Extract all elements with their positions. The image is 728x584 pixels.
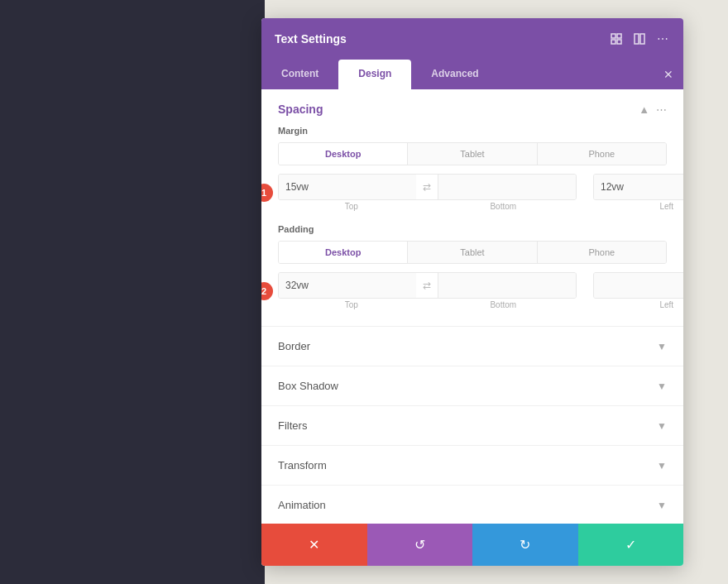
margin-left-label: Left <box>593 202 683 211</box>
padding-device-tabs: Desktop Tablet Phone <box>278 241 667 264</box>
spacing-collapse-icon[interactable]: ▲ <box>639 103 649 116</box>
animation-label: Animation <box>278 499 326 511</box>
transform-section[interactable]: Transform ▼ <box>261 446 683 486</box>
margin-top-bottom-pair: ⇄ <box>278 174 577 200</box>
spacing-section-header: Spacing ▲ ⋯ <box>278 103 667 116</box>
margin-input-row: 1 ⇄ Top Bottom <box>278 174 667 211</box>
margin-subsection: Margin Desktop Tablet Phone 1 ⇄ <box>278 126 667 211</box>
border-section[interactable]: Border ▼ <box>261 327 683 366</box>
svg-rect-0 <box>611 34 615 38</box>
margin-bottom-label: Bottom <box>430 202 577 211</box>
svg-rect-2 <box>611 40 615 44</box>
padding-subsection: Padding Desktop Tablet Phone 2 ⇄ <box>278 224 667 309</box>
padding-left-label: Left <box>593 300 683 309</box>
padding-top-bottom-group: ⇄ Top Bottom <box>278 272 577 309</box>
padding-desktop-tab[interactable]: Desktop <box>279 242 408 263</box>
filters-label: Filters <box>278 419 307 432</box>
margin-device-tabs: Desktop Tablet Phone <box>278 142 667 165</box>
border-chevron-icon: ▼ <box>657 341 667 352</box>
padding-input-row: 2 ⇄ Top Bottom <box>278 272 667 309</box>
margin-top-input[interactable] <box>279 175 416 199</box>
padding-left-input[interactable] <box>594 273 683 298</box>
margin-left-right-pair: ⇄ <box>593 174 683 200</box>
padding-left-right-group: ⇄ Left Right <box>593 272 683 309</box>
svg-rect-3 <box>617 40 621 44</box>
margin-label: Margin <box>278 126 667 136</box>
border-label: Border <box>278 340 310 352</box>
padding-top-bottom-pair: ⇄ <box>278 272 577 299</box>
animation-chevron-icon: ▼ <box>657 500 667 511</box>
margin-top-bottom-group: ⇄ Top Bottom <box>278 174 577 211</box>
margin-top-label: Top <box>278 202 425 211</box>
padding-top-input[interactable] <box>279 273 416 298</box>
step-badge-2: 2 <box>261 282 273 300</box>
spacing-title: Spacing <box>278 103 323 116</box>
padding-tablet-tab[interactable]: Tablet <box>408 242 537 263</box>
dark-panel <box>0 0 265 584</box>
more-options-icon[interactable]: ⋯ <box>655 31 670 46</box>
columns-icon[interactable] <box>632 31 647 46</box>
transform-chevron-icon: ▼ <box>657 460 667 472</box>
spacing-more-icon[interactable]: ⋯ <box>656 103 667 116</box>
modal-titlebar: Text Settings ⋯ <box>261 18 683 60</box>
margin-tablet-tab[interactable]: Tablet <box>408 143 537 165</box>
modal-content: Spacing ▲ ⋯ Margin Desktop Tablet Phone <box>261 89 683 524</box>
margin-left-input[interactable] <box>594 175 683 199</box>
margin-left-right-group: ⇄ Left Right <box>593 174 683 211</box>
tab-bar: Content Design Advanced ✕ <box>261 60 683 89</box>
padding-tb-labels: Top Bottom <box>278 300 577 309</box>
transform-label: Transform <box>278 459 327 472</box>
fullscreen-icon[interactable] <box>609 31 624 46</box>
box-shadow-chevron-icon: ▼ <box>657 381 667 392</box>
page-wrapper: Text Settings ⋯ <box>0 0 728 584</box>
box-shadow-label: Box Shadow <box>278 380 338 392</box>
tab-content[interactable]: Content <box>261 60 338 89</box>
margin-tb-labels: Top Bottom <box>278 202 577 211</box>
titlebar-icons: ⋯ <box>609 31 670 46</box>
animation-section[interactable]: Animation ▼ <box>261 486 683 524</box>
padding-phone-tab[interactable]: Phone <box>538 242 666 263</box>
svg-rect-4 <box>635 34 639 44</box>
padding-lr-labels: Left Right <box>593 300 683 309</box>
margin-phone-tab[interactable]: Phone <box>538 143 666 165</box>
spacing-header-icons: ▲ ⋯ <box>639 103 667 116</box>
margin-tb-link-icon[interactable]: ⇄ <box>416 175 438 199</box>
spacing-section: Spacing ▲ ⋯ Margin Desktop Tablet Phone <box>261 89 683 327</box>
padding-label: Padding <box>278 224 667 234</box>
confirm-button[interactable]: ✓ <box>578 524 684 566</box>
tab-bar-close[interactable]: ✕ <box>663 60 683 89</box>
padding-bottom-label: Bottom <box>430 300 577 309</box>
cancel-button[interactable]: ✕ <box>261 524 367 566</box>
box-shadow-section[interactable]: Box Shadow ▼ <box>261 366 683 406</box>
margin-lr-labels: Left Right <box>593 202 683 211</box>
margin-desktop-tab[interactable]: Desktop <box>279 143 408 165</box>
padding-tb-link-icon[interactable]: ⇄ <box>416 273 438 298</box>
redo-button[interactable]: ↻ <box>472 524 578 566</box>
step-badge-1: 1 <box>261 184 273 202</box>
modal: Text Settings ⋯ <box>261 18 683 566</box>
tab-advanced[interactable]: Advanced <box>411 60 498 89</box>
margin-bottom-input[interactable] <box>438 175 576 199</box>
svg-rect-5 <box>640 34 644 44</box>
filters-chevron-icon: ▼ <box>657 420 667 432</box>
padding-left-right-pair: ⇄ <box>593 272 683 299</box>
padding-top-label: Top <box>278 300 425 309</box>
modal-title: Text Settings <box>275 32 347 45</box>
undo-button[interactable]: ↺ <box>367 524 473 566</box>
tab-design[interactable]: Design <box>338 60 411 89</box>
filters-section[interactable]: Filters ▼ <box>261 406 683 446</box>
modal-footer: ✕ ↺ ↻ ✓ <box>261 524 683 566</box>
padding-bottom-input[interactable] <box>438 273 576 298</box>
svg-rect-1 <box>617 34 621 38</box>
